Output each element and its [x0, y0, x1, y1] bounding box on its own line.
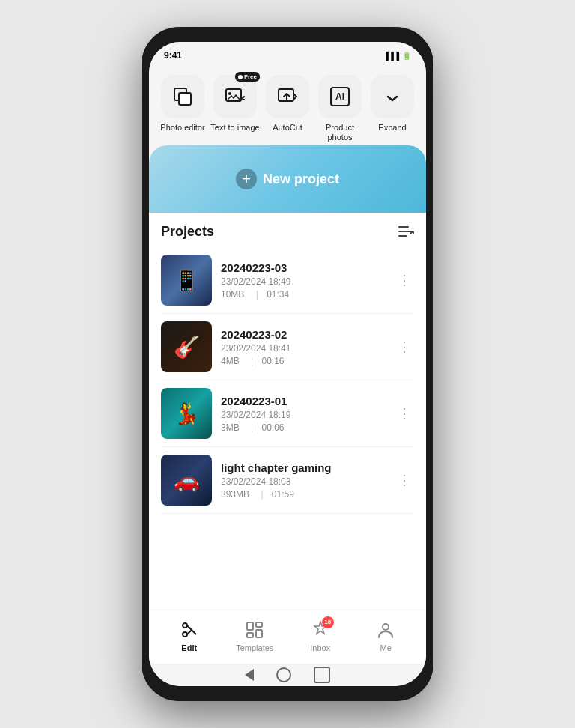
svg-rect-17 [256, 630, 262, 637]
project-size-1: 10MB [221, 289, 244, 300]
project-date-2: 23/02/2024 18:41 [221, 343, 386, 354]
nav-me-label: Me [380, 643, 392, 652]
project-size-4: 393MB [221, 489, 249, 500]
tools-row: Photo editor Free Text to image [149, 69, 426, 145]
scissors-icon [179, 619, 200, 640]
nav-templates-label: Templates [236, 643, 273, 652]
tool-photo-editor[interactable]: Photo editor [156, 75, 209, 133]
phone-screen: 9:41 ▐▐▐ 🔋 Photo editor Free [149, 42, 426, 686]
project-name-4: light chapter gaming [221, 461, 386, 474]
new-project-banner[interactable]: + New project [149, 145, 426, 213]
new-project-button[interactable]: + New project [236, 169, 339, 189]
nav-inbox[interactable]: 18 Inbox [288, 619, 353, 652]
tool-text-to-image[interactable]: Free Text to image [209, 75, 261, 133]
svg-rect-1 [179, 93, 191, 105]
project-thumbnail-4 [161, 455, 212, 506]
project-more-3[interactable]: ⋮ [395, 402, 414, 425]
project-thumbnail-2 [161, 321, 212, 372]
project-meta-4: 393MB | 01:59 [221, 489, 386, 500]
main-content: + New project Projects [149, 145, 426, 664]
project-size-3: 3MB [221, 422, 240, 433]
project-more-4[interactable]: ⋮ [395, 469, 414, 491]
project-name-2: 20240223-02 [221, 328, 386, 341]
project-info-2: 20240223-02 23/02/2024 18:41 4MB | 00:16 [221, 328, 386, 366]
nav-inbox-label: Inbox [310, 643, 330, 652]
project-item[interactable]: 20240223-03 23/02/2024 18:49 10MB | 01:3… [161, 247, 414, 314]
project-item[interactable]: 20240223-02 23/02/2024 18:41 4MB | 00:16… [161, 314, 414, 380]
svg-rect-15 [247, 633, 253, 637]
autocut-icon-box [266, 75, 309, 118]
projects-section: Projects 20240223-03 [149, 213, 426, 607]
svg-rect-14 [247, 622, 253, 630]
project-name-1: 20240223-03 [221, 261, 386, 274]
product-icon: AI [329, 86, 350, 107]
tool-product-photos[interactable]: AI Product photos [314, 75, 366, 142]
project-thumbnail-1 [161, 255, 212, 306]
back-button[interactable] [245, 669, 254, 681]
project-meta-3: 3MB | 00:06 [221, 422, 386, 433]
project-duration-4: 01:59 [272, 489, 294, 500]
autocut-label: AutoCut [273, 123, 302, 133]
project-date-3: 23/02/2024 18:19 [221, 410, 386, 420]
svg-line-13 [187, 630, 192, 634]
text-to-image-label: Text to image [210, 123, 259, 133]
photo-editor-icon [172, 86, 193, 107]
projects-title: Projects [161, 224, 214, 240]
project-name-3: 20240223-01 [221, 395, 386, 407]
project-date-1: 23/02/2024 18:49 [221, 276, 386, 287]
svg-point-3 [228, 92, 231, 95]
status-bar: 9:41 ▐▐▐ 🔋 [149, 42, 426, 69]
project-info-1: 20240223-03 23/02/2024 18:49 10MB | 01:3… [221, 261, 386, 300]
sort-icon[interactable] [398, 223, 414, 240]
project-info-4: light chapter gaming 23/02/2024 18:03 39… [221, 461, 386, 500]
product-icon-box: AI [318, 75, 362, 118]
project-date-4: 23/02/2024 18:03 [221, 476, 386, 487]
me-icon [375, 619, 396, 640]
expand-icon-box [371, 75, 414, 118]
text-to-image-icon-box: Free [213, 75, 257, 118]
new-project-label: New project [263, 172, 339, 187]
svg-rect-16 [256, 622, 262, 627]
project-thumbnail-3 [161, 388, 212, 439]
expand-icon [382, 86, 403, 107]
product-photos-label: Product photos [314, 123, 366, 142]
autocut-icon [277, 86, 298, 107]
photo-editor-label: Photo editor [160, 123, 204, 133]
status-time: 9:41 [164, 50, 182, 61]
project-more-1[interactable]: ⋮ [395, 269, 414, 291]
recents-button[interactable] [314, 667, 330, 683]
free-badge: Free [235, 72, 260, 82]
nav-templates[interactable]: Templates [222, 619, 288, 652]
phone-frame: 9:41 ▐▐▐ 🔋 Photo editor Free [142, 27, 433, 701]
text-to-image-icon [225, 86, 246, 107]
project-duration-2: 00:16 [262, 356, 285, 366]
project-size-2: 4MB [221, 356, 240, 366]
project-item[interactable]: 20240223-01 23/02/2024 18:19 3MB | 00:06… [161, 380, 414, 447]
inbox-icon: 18 [310, 619, 331, 640]
project-item[interactable]: light chapter gaming 23/02/2024 18:03 39… [161, 447, 414, 514]
photo-editor-icon-box [161, 75, 204, 118]
project-meta-2: 4MB | 00:16 [221, 356, 386, 366]
inbox-badge: 18 [322, 616, 334, 628]
battery-icon: 🔋 [402, 52, 411, 60]
projects-header: Projects [161, 213, 414, 247]
svg-point-18 [383, 624, 389, 630]
project-meta-1: 10MB | 01:34 [221, 289, 386, 300]
signal-icon: ▐▐▐ [383, 52, 399, 60]
svg-text:AI: AI [335, 91, 344, 102]
project-info-3: 20240223-01 23/02/2024 18:19 3MB | 00:06 [221, 395, 386, 433]
nav-me[interactable]: Me [353, 619, 419, 652]
home-indicator-area [149, 664, 426, 686]
home-button[interactable] [276, 667, 291, 682]
nav-edit-label: Edit [181, 643, 197, 652]
nav-edit[interactable]: Edit [156, 619, 222, 652]
project-more-2[interactable]: ⋮ [395, 336, 414, 358]
expand-label: Expand [378, 123, 406, 133]
project-duration-3: 00:06 [262, 422, 285, 433]
tool-autocut[interactable]: AutoCut [261, 75, 314, 133]
bottom-nav: Edit Templates 18 [149, 607, 426, 664]
templates-icon [244, 619, 265, 640]
project-duration-1: 01:34 [267, 289, 289, 300]
tool-expand[interactable]: Expand [366, 75, 419, 133]
plus-icon: + [236, 169, 257, 189]
